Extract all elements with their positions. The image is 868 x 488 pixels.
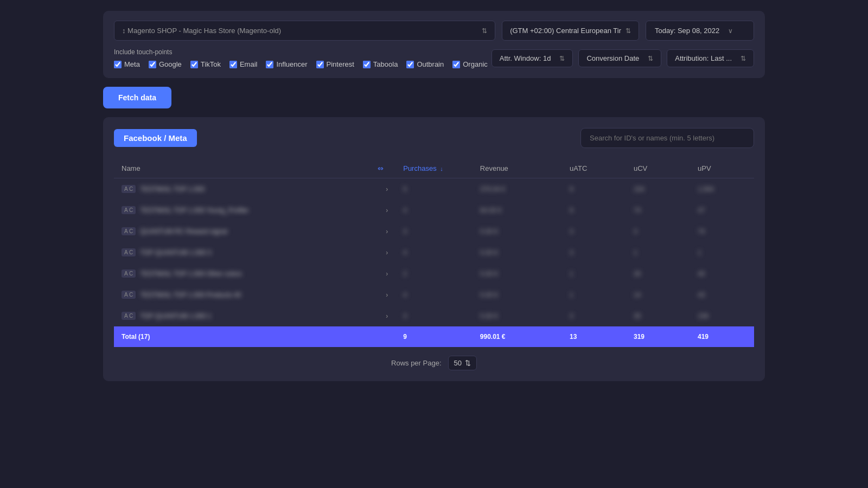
cell-expand-0[interactable]: › (370, 178, 395, 200)
checkbox-google[interactable]: Google (149, 60, 182, 68)
cell-revenue-6: 5.00 € (473, 305, 562, 326)
checkbox-taboola[interactable]: Taboola (363, 60, 398, 68)
row-expand-icon-2: › (386, 228, 388, 235)
cell-expand-5[interactable]: › (370, 284, 395, 305)
table-row[interactable]: A C TESTMAIL TOP 1.000 › 5 376.04 € 9 15… (114, 178, 754, 200)
row-badge-1: A C (122, 206, 136, 214)
touchpoints-label: Include touch-points (114, 48, 488, 56)
cell-expand-4[interactable]: › (370, 263, 395, 284)
timezone-chevron-icon: ⇅ (626, 27, 631, 35)
attr-window-btn[interactable]: Attr. Window: 1d ⇅ (492, 49, 573, 67)
checkbox-input-outbrain[interactable] (406, 61, 414, 68)
checkbox-input-tiktok[interactable] (190, 61, 198, 68)
cell-upv-0: 1,564 (690, 178, 754, 200)
table-row[interactable]: A C TESTMAIL TOP 1.000 Products 40 › 4 5… (114, 284, 754, 305)
cell-purchases-5: 4 (395, 284, 473, 305)
cell-expand-3[interactable]: › (370, 242, 395, 263)
checkbox-input-pinterest[interactable] (316, 61, 324, 68)
cell-ucv-0: 154 (626, 178, 690, 200)
checkbox-input-email[interactable] (229, 61, 237, 68)
rows-per-page-select[interactable]: 50 ⇅ (448, 356, 477, 370)
rows-per-page-chevron-icon: ⇅ (465, 359, 471, 367)
checkbox-email[interactable]: Email (229, 60, 258, 68)
col-header-ucv[interactable]: uCV (626, 159, 690, 178)
checkbox-meta[interactable]: Meta (114, 60, 140, 68)
cell-expand-6[interactable]: › (370, 305, 395, 326)
table-row[interactable]: A C TESTMAIL TOP 1.000 Other colors › 2 … (114, 263, 754, 284)
attribution-btn[interactable]: Attribution: Last ... ⇅ (667, 49, 754, 67)
data-table: Name ⇔ Purchases ↓ Revenue (114, 159, 754, 347)
cell-upv-1: 47 (690, 200, 754, 221)
cell-revenue-4: 5.00 € (473, 263, 562, 284)
cell-purchases-6: 3 (395, 305, 473, 326)
attribution-label: Attribution: Last ... (675, 54, 732, 62)
cell-name-2: A C QUANTUM RC Reward signal (114, 221, 370, 242)
cell-name-1: A C TESTMAIL TOP 1.000 Young_Profiler (114, 200, 370, 221)
cell-uatc-1: 9 (562, 200, 626, 221)
checkbox-input-organic[interactable] (452, 61, 460, 68)
cell-revenue-3: 5.00 € (473, 242, 562, 263)
timezone-label: (GTM +02:00) Central European Tir (510, 27, 621, 35)
cell-revenue-0: 376.04 € (473, 178, 562, 200)
table-row[interactable]: A C QUANTUM RC Reward signal › 3 5.00 € … (114, 221, 754, 242)
conversion-date-btn[interactable]: Conversion Date ⇅ (578, 49, 661, 67)
checkbox-pinterest[interactable]: Pinterest (316, 60, 354, 68)
checkbox-label-email: Email (240, 60, 258, 68)
cell-revenue-5: 5.00 € (473, 284, 562, 305)
checkbox-label-tiktok: TikTok (201, 60, 221, 68)
checkbox-label-influencer: Influencer (276, 60, 307, 68)
row-expand-icon-3: › (386, 249, 388, 256)
cell-upv-6: 158 (690, 305, 754, 326)
total-purchases: 9 (395, 326, 473, 347)
checkbox-input-influencer[interactable] (266, 61, 273, 68)
table-row[interactable]: A C TOP QUANTUM 1.000 1 › 3 5.00 € 3 35 … (114, 305, 754, 326)
cell-upv-5: 43 (690, 284, 754, 305)
total-expand-cell (370, 326, 395, 347)
account-selector[interactable]: ↕ Magento SHOP - Magic Has Store (Magent… (114, 21, 495, 41)
col-header-expand[interactable]: ⇔ (370, 159, 395, 178)
checkbox-influencer[interactable]: Influencer (266, 60, 307, 68)
row-badge-5: A C (122, 291, 136, 299)
table-header-row: Name ⇔ Purchases ↓ Revenue (114, 159, 754, 178)
checkbox-input-meta[interactable] (114, 61, 122, 68)
col-header-purchases[interactable]: Purchases ↓ (395, 159, 473, 178)
cell-name-4: A C TESTMAIL TOP 1.000 Other colors (114, 263, 370, 284)
checkbox-label-outbrain: Outbrain (417, 60, 444, 68)
timezone-selector[interactable]: (GTM +02:00) Central European Tir ⇅ (502, 21, 639, 41)
search-input[interactable] (580, 128, 754, 148)
col-header-revenue[interactable]: Revenue (473, 159, 562, 178)
date-selector[interactable]: Today: Sep 08, 2022 ∨ (646, 21, 754, 41)
row-name-text-2: QUANTUM RC Reward signal (140, 228, 227, 235)
cell-uatc-5: 1 (562, 284, 626, 305)
checkbox-label-pinterest: Pinterest (327, 60, 354, 68)
col-header-upv[interactable]: uPV (690, 159, 754, 178)
checkbox-organic[interactable]: Organic (452, 60, 488, 68)
row-name-text-3: TOP QUANTUM 1.000 3 (140, 249, 212, 256)
checkbox-label-taboola: Taboola (373, 60, 398, 68)
cell-uatc-4: 1 (562, 263, 626, 284)
row-expand-icon-6: › (386, 312, 388, 320)
date-label: Today: Sep 08, 2022 (655, 27, 719, 35)
row-badge-2: A C (122, 227, 136, 235)
cell-ucv-6: 35 (626, 305, 690, 326)
table-row[interactable]: A C TESTMAIL TOP 1.000 Young_Profiler › … (114, 200, 754, 221)
attribution-chevron-icon: ⇅ (741, 55, 746, 62)
cell-expand-1[interactable]: › (370, 200, 395, 221)
checkbox-input-taboola[interactable] (363, 61, 371, 68)
fetch-data-button[interactable]: Fetch data (103, 87, 171, 108)
cell-ucv-1: 74 (626, 200, 690, 221)
checkbox-outbrain[interactable]: Outbrain (406, 60, 444, 68)
table-body: A C TESTMAIL TOP 1.000 › 5 376.04 € 9 15… (114, 178, 754, 347)
checkboxes-row: MetaGoogleTikTokEmailInfluencerPinterest… (114, 60, 488, 68)
pagination-row: Rows per Page: 50 ⇅ (114, 347, 754, 370)
table-row[interactable]: A C TOP QUANTUM 1.000 3 › 4 5.00 € 3 1 1 (114, 242, 754, 263)
cell-ucv-5: 14 (626, 284, 690, 305)
cell-purchases-2: 3 (395, 221, 473, 242)
cell-expand-2[interactable]: › (370, 221, 395, 242)
attr-window-label: Attr. Window: 1d (500, 54, 551, 62)
col-header-uatc[interactable]: uATC (562, 159, 626, 178)
checkbox-tiktok[interactable]: TikTok (190, 60, 221, 68)
total-label: Total (17) (122, 333, 150, 341)
checkbox-input-google[interactable] (149, 61, 156, 68)
col-header-name[interactable]: Name (114, 159, 370, 178)
